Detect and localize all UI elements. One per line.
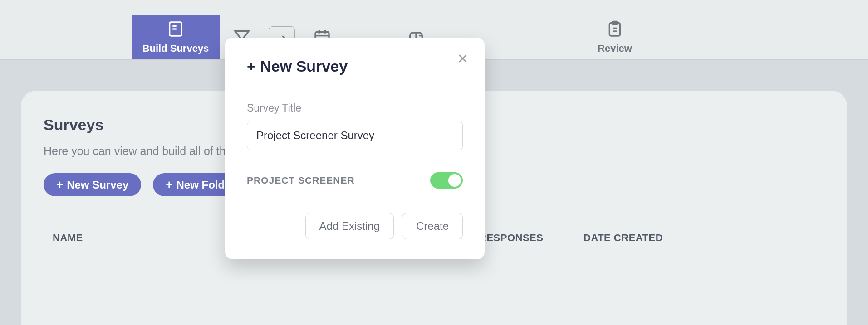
- modal-title: + New Survey: [247, 58, 463, 87]
- create-button[interactable]: Create: [402, 213, 463, 239]
- project-screener-row: PROJECT SCREENER: [247, 172, 463, 189]
- toggle-knob: [448, 174, 461, 187]
- add-existing-button[interactable]: Add Existing: [305, 213, 394, 239]
- survey-title-label: Survey Title: [247, 102, 463, 114]
- modal-actions: Add Existing Create: [247, 213, 463, 239]
- project-screener-label: PROJECT SCREENER: [247, 175, 355, 186]
- project-screener-toggle[interactable]: [430, 172, 463, 189]
- survey-title-input[interactable]: [247, 121, 463, 150]
- close-icon[interactable]: ✕: [457, 52, 468, 66]
- new-survey-modal: ✕ + New Survey Survey Title PROJECT SCRE…: [225, 38, 485, 259]
